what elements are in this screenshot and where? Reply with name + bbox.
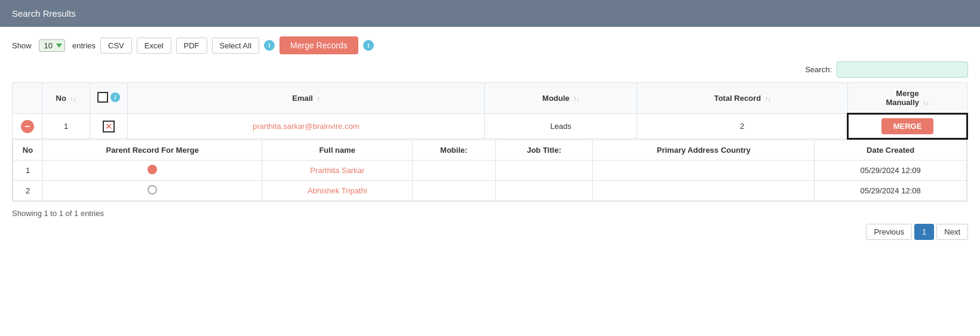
sort-module-icon: ↑↓ [573,95,579,102]
toolbar-row: Show 10 entries CSV Excel PDF Select All… [12,36,968,54]
entries-value: 10 [42,41,55,50]
sub-col-fullname: Full name [262,140,413,161]
sub-row2-name: Abhishek Tripathi [262,181,413,201]
search-label: Search: [805,65,832,74]
sub-row2-no: 2 [13,181,43,201]
header-title: Search Rresults [12,8,76,19]
entries-label: entries [72,41,96,50]
pdf-button[interactable]: PDF [176,38,207,54]
entries-select[interactable]: 10 [39,39,65,52]
sort-email-icon: ↑ [317,95,320,102]
radio-filled-icon[interactable] [148,165,157,174]
sub-row2-job [495,181,593,201]
show-label: Show [12,41,32,50]
search-input[interactable] [837,61,968,78]
sort-total-icon: ↑↓ [765,95,771,102]
sub-row2-date: 05/29/2024 12:08 [815,181,967,201]
checkbox-x-icon[interactable]: ✕ [103,121,115,132]
col-total-record[interactable]: Total Record ↑↓ [637,83,848,114]
page-1-button[interactable]: 1 [914,224,934,240]
col-module[interactable]: Module ↑↓ [484,83,637,114]
table-row: − 1 ✕ prarthita.sarkar@brainvire.com Lea… [13,114,967,139]
merge-records-button[interactable]: Merge Records [279,36,358,54]
row-total-record: 2 [637,114,848,139]
search-row: Search: [12,61,968,78]
showing-text: Showing 1 to 1 of 1 entries [12,209,968,218]
row-minus-cell: − [13,114,42,139]
sub-table-row: No Parent Record For Merge Full name Mob… [13,139,967,202]
excel-button[interactable]: Excel [137,38,171,54]
name-link-2[interactable]: Abhishek Tripathi [308,186,367,195]
pagination-row: Previous 1 Next [12,224,968,240]
chevron-down-icon [56,44,62,48]
sub-row1-date: 05/29/2024 12:09 [815,161,967,181]
sub-row1-no: 1 [13,161,43,181]
row-email: prarthita.sarkar@brainvire.com [128,114,485,139]
sub-col-date-created: Date Created [815,140,967,161]
csv-button[interactable]: CSV [100,38,132,54]
sub-col-job-title: Job Title: [495,140,593,161]
sub-col-no: No [13,140,43,161]
radio-empty-icon[interactable] [148,185,157,195]
sub-table: No Parent Record For Merge Full name Mob… [13,140,967,201]
content-area: Show 10 entries CSV Excel PDF Select All… [0,27,980,249]
merge-records-info-icon[interactable]: i [363,40,374,51]
col-action [13,83,42,114]
col-no[interactable]: No ↑↓ [42,83,90,114]
col-checkbox[interactable]: i [90,83,128,114]
col-merge-manually: MergeManually ↑↓ [848,83,967,114]
email-link[interactable]: prarthita.sarkar@brainvire.com [253,122,360,131]
select-all-info-icon[interactable]: i [264,40,275,51]
previous-button[interactable]: Previous [866,224,912,240]
sort-no-icon: ↑↓ [70,95,76,102]
sub-row2-mobile [413,181,496,201]
sub-col-mobile: Mobile: [413,140,496,161]
page-wrapper: Search Rresults Show 10 entries CSV Exce… [0,0,980,336]
sub-row1-radio[interactable] [43,161,262,181]
sub-col-parent-record: Parent Record For Merge [43,140,262,161]
col-checkbox-info-icon[interactable]: i [110,93,120,102]
row-no: 1 [42,114,90,139]
row-checkbox[interactable]: ✕ [90,114,128,139]
sub-table-cell: No Parent Record For Merge Full name Mob… [13,139,967,202]
merge-button[interactable]: MERGE [881,118,934,134]
row-module: Leads [484,114,637,139]
sub-row1-name: Prarthita Sarkar [262,161,413,181]
sub-row1-job [495,161,593,181]
col-email[interactable]: Email ↑ [128,83,485,114]
name-link-1[interactable]: Prarthita Sarkar [310,166,364,175]
sub-row2-radio[interactable] [43,181,262,201]
sub-col-country: Primary Address Country [593,140,815,161]
minus-icon[interactable]: − [21,120,34,133]
next-button[interactable]: Next [936,224,968,240]
header-checkbox[interactable] [97,92,108,103]
sub-table-row-2: 2 Abhishek Tripathi [13,181,967,201]
sub-row2-country [593,181,815,201]
search-results-header: Search Rresults [0,0,980,27]
sort-merge-icon: ↑↓ [923,100,929,106]
select-all-button[interactable]: Select All [212,38,259,54]
sub-table-row-1: 1 Prarthita Sarkar [13,161,967,181]
row-merge-manually: MERGE [848,114,967,139]
sub-row1-mobile [413,161,496,181]
sub-row1-country [593,161,815,181]
main-table: No ↑↓ i Email ↑ Module ↑↓ [12,82,968,202]
